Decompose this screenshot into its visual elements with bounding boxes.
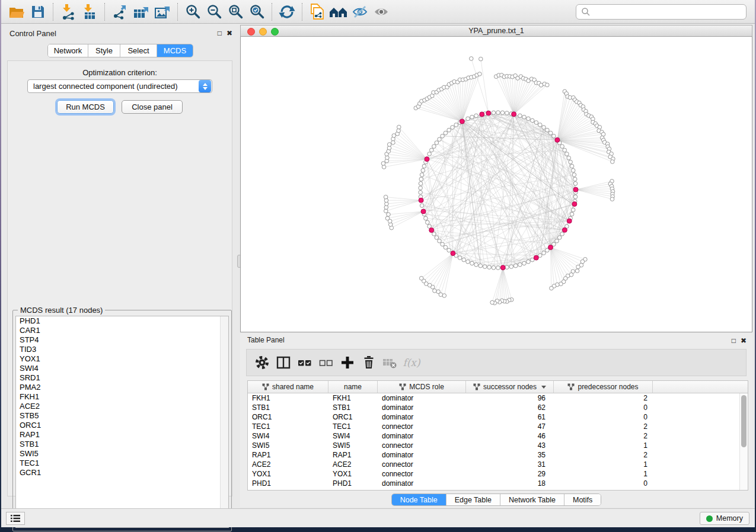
mcds-result-item[interactable]: RAP1 <box>16 430 228 440</box>
table-row[interactable]: FKH1FKH1dominator962 <box>248 393 739 403</box>
export-network-button[interactable] <box>109 2 130 21</box>
table-cell: 35 <box>466 450 554 460</box>
tab-edge-table[interactable]: Edge Table <box>446 494 500 505</box>
save-session-button[interactable] <box>27 2 49 21</box>
float-panel-icon[interactable]: □ <box>732 336 736 345</box>
search-box[interactable] <box>576 4 747 20</box>
tab-network-table[interactable]: Network Table <box>500 494 564 505</box>
tab-motifs[interactable]: Motifs <box>564 494 601 505</box>
unchecked-boxes-icon <box>318 355 334 370</box>
table-scrollbar-thumb[interactable] <box>741 395 747 447</box>
mcds-result-item[interactable]: STP4 <box>16 335 228 345</box>
refresh-button[interactable] <box>276 2 298 21</box>
table-row[interactable]: RAP1RAP1dominator352 <box>248 450 739 460</box>
column-header-mcds-role[interactable]: MCDS role <box>378 381 466 393</box>
columns-icon <box>276 355 291 370</box>
mcds-result-item[interactable]: STB5 <box>16 411 228 421</box>
zoom-out-button[interactable] <box>203 2 225 21</box>
memory-button[interactable]: Memory <box>700 512 749 525</box>
column-header-name[interactable]: name <box>328 381 378 393</box>
table-row[interactable]: ORC1ORC1dominator610 <box>248 412 739 422</box>
import-network-icon <box>60 4 76 20</box>
mcds-result-item[interactable]: TID3 <box>16 345 228 354</box>
table-cell: dominator <box>378 450 466 460</box>
table-cell: PHD1 <box>248 479 328 488</box>
table-row[interactable]: SWI5SWI5connector431 <box>248 441 739 450</box>
open-file-button[interactable] <box>6 2 27 21</box>
mcds-result-item[interactable]: PHD1 <box>16 316 228 326</box>
criterion-select[interactable]: largest connected component (undirected) <box>27 79 212 93</box>
mcds-result-item[interactable]: SWI5 <box>16 449 228 459</box>
column-label: successor nodes <box>483 383 537 391</box>
create-column-button[interactable] <box>337 353 358 372</box>
mcds-result-item[interactable]: GCR1 <box>16 468 228 477</box>
toolbar-divider <box>302 3 302 21</box>
mcds-result-item[interactable]: ACE2 <box>16 402 228 411</box>
import-table-button[interactable] <box>79 2 100 21</box>
table-cell: dominator <box>378 431 466 441</box>
table-scrollbar[interactable] <box>739 393 748 490</box>
column-header-shared-name[interactable]: shared name <box>248 381 328 393</box>
close-panel-icon[interactable]: ✖ <box>741 336 747 345</box>
mcds-result-item[interactable]: YOX1 <box>16 354 228 364</box>
close-panel-button[interactable]: Close panel <box>122 100 183 114</box>
mcds-result-item[interactable]: FKH1 <box>16 392 228 402</box>
table-cell: FKH1 <box>328 393 378 403</box>
zoom-fit-button[interactable] <box>225 2 246 21</box>
table-row[interactable]: YOX1YOX1connector291 <box>248 469 739 479</box>
mcds-result-item[interactable]: SRD1 <box>16 373 228 383</box>
delete-table-button[interactable] <box>379 353 401 372</box>
memory-label: Memory <box>716 514 743 523</box>
mcds-result-list[interactable]: PHD1CAR1STP4TID3YOX1SWI4SRD1PMA2FKH1ACE2… <box>15 316 229 528</box>
show-columns-button[interactable] <box>273 353 294 372</box>
table-row[interactable]: TEC1TEC1connector472 <box>248 422 739 431</box>
mcds-result-item[interactable]: STB1 <box>16 440 228 449</box>
table-row[interactable]: PHD1PHD1dominator180 <box>248 479 739 488</box>
import-network-button[interactable] <box>58 2 79 21</box>
zoom-selected-button[interactable] <box>246 2 267 21</box>
close-panel-icon[interactable]: ✖ <box>227 28 232 38</box>
tab-select[interactable]: Select <box>120 44 157 57</box>
run-mcds-button[interactable]: Run MCDS <box>57 100 114 114</box>
search-icon <box>581 7 591 17</box>
select-all-columns-button[interactable] <box>294 353 315 372</box>
table-row[interactable]: SWI4SWI4dominator462 <box>248 431 739 441</box>
network-view-titlebar: YPA_prune.txt_1 <box>240 25 752 37</box>
table-cell: TEC1 <box>328 422 378 431</box>
export-image-button[interactable] <box>152 2 173 21</box>
hide-selected-button[interactable] <box>349 2 371 21</box>
refresh-icon <box>279 4 295 20</box>
float-panel-icon[interactable]: □ <box>218 28 222 38</box>
tab-node-table[interactable]: Node Table <box>392 494 446 505</box>
show-all-button[interactable] <box>371 2 392 21</box>
mcds-result-item[interactable]: CAR1 <box>16 326 228 335</box>
column-header-predecessor-nodes[interactable]: predecessor nodes <box>554 381 653 393</box>
tab-network[interactable]: Network <box>48 44 88 57</box>
mcds-list-scrollbar[interactable] <box>220 316 228 527</box>
column-label: shared name <box>272 383 314 391</box>
table-settings-button[interactable] <box>251 353 273 372</box>
zoom-in-button[interactable] <box>182 2 203 21</box>
mcds-result-item[interactable]: SWI4 <box>16 364 228 373</box>
function-builder-button[interactable]: f(x) <box>401 353 422 372</box>
zoom-in-icon <box>185 4 201 20</box>
first-neighbors-button[interactable] <box>328 2 349 21</box>
table-cell: dominator <box>378 403 466 412</box>
mcds-result-item[interactable]: PMA2 <box>16 383 228 392</box>
table-row[interactable]: ACE2ACE2connector311 <box>248 460 739 469</box>
delete-column-button[interactable] <box>358 353 379 372</box>
network-graph <box>241 37 752 331</box>
network-canvas[interactable] <box>240 37 752 332</box>
table-row[interactable]: STB1STB1dominator620 <box>248 403 739 412</box>
tab-mcds[interactable]: MCDS <box>157 44 193 57</box>
column-header-successor-nodes[interactable]: successor nodes <box>466 381 554 393</box>
export-table-button[interactable] <box>130 2 152 21</box>
mcds-result-item[interactable]: TEC1 <box>16 459 228 468</box>
network-from-file-button[interactable] <box>307 2 328 21</box>
mcds-result-item[interactable]: ORC1 <box>16 421 228 430</box>
deselect-all-columns-button[interactable] <box>315 353 337 372</box>
search-input[interactable] <box>591 7 741 16</box>
table-cell: ACE2 <box>248 460 328 469</box>
show-panels-list-button[interactable] <box>6 512 25 525</box>
tab-style[interactable]: Style <box>88 44 120 57</box>
